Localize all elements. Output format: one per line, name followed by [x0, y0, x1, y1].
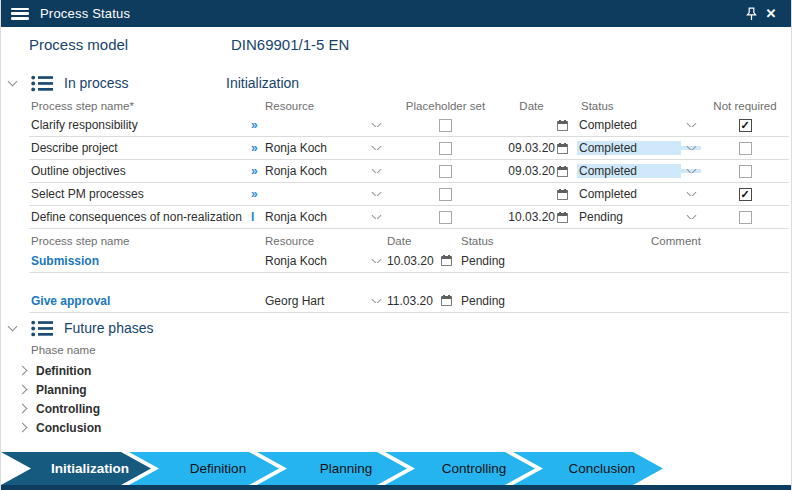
- resource-marker-icon[interactable]: »: [251, 187, 265, 201]
- status-value[interactable]: Completed: [577, 118, 681, 132]
- resource-value[interactable]: Georg Hart: [265, 294, 367, 308]
- resource-marker-icon[interactable]: »: [251, 118, 265, 132]
- date-value[interactable]: 10.03.20: [385, 254, 441, 268]
- placeholder-checkbox[interactable]: [439, 165, 452, 178]
- menu-icon[interactable]: [11, 8, 29, 20]
- chevron-down-icon: [371, 192, 381, 196]
- col-date: Date: [506, 100, 557, 112]
- resource-dropdown[interactable]: [367, 192, 385, 196]
- close-icon[interactable]: ✕: [761, 4, 781, 24]
- table-row: Give approval Georg Hart 11.03.20 Pendin…: [29, 289, 789, 313]
- date-value[interactable]: 09.03.20: [506, 141, 557, 155]
- status-value[interactable]: Completed: [577, 187, 681, 201]
- date-value[interactable]: 11.03.20: [385, 294, 441, 308]
- step-name: Define consequences of non-realization: [29, 210, 251, 224]
- calendar-icon[interactable]: [557, 166, 577, 177]
- resource-value[interactable]: Ronja Koch: [265, 210, 367, 224]
- status-dropdown[interactable]: [681, 123, 701, 127]
- col-not-required: Not required: [701, 100, 789, 112]
- not-required-checkbox[interactable]: ✓: [739, 119, 752, 132]
- step-name: Describe project: [29, 141, 251, 155]
- expand-chevron-icon[interactable]: [18, 423, 28, 433]
- resource-dropdown[interactable]: [367, 146, 385, 150]
- not-required-checkbox[interactable]: [739, 211, 752, 224]
- list-icon: [31, 320, 53, 337]
- pin-icon[interactable]: [741, 4, 761, 24]
- calendar-icon[interactable]: [557, 212, 577, 223]
- collapse-chevron-icon[interactable]: [8, 77, 18, 87]
- expand-chevron-icon[interactable]: [18, 366, 28, 376]
- bottom-accent-strip: [1, 485, 791, 490]
- future-phase-item[interactable]: Planning: [1, 380, 791, 399]
- status-dropdown[interactable]: [681, 192, 701, 196]
- chevron-down-icon: [686, 123, 696, 127]
- in-process-section-header: In process Initialization: [1, 72, 791, 94]
- future-phase-item[interactable]: Conclusion: [1, 418, 791, 437]
- step-name: Outline objectives: [29, 164, 251, 178]
- future-phase-item[interactable]: Controlling: [1, 399, 791, 418]
- submission-link[interactable]: Submission: [31, 254, 99, 268]
- not-required-checkbox[interactable]: [739, 165, 752, 178]
- status-dropdown[interactable]: [681, 169, 701, 173]
- not-required-checkbox[interactable]: ✓: [739, 188, 752, 201]
- status-value[interactable]: Completed: [577, 141, 681, 155]
- date-value[interactable]: 09.03.20: [506, 164, 557, 178]
- table-row: Outline objectives » Ronja Koch 09.03.20…: [29, 160, 789, 183]
- future-phase-item[interactable]: Definition: [1, 361, 791, 380]
- resource-value[interactable]: Ronja Koch: [265, 254, 367, 268]
- resource-dropdown[interactable]: [367, 299, 385, 303]
- not-required-checkbox[interactable]: [739, 142, 752, 155]
- resource-marker-icon[interactable]: I: [251, 210, 265, 224]
- phase-segment-planning[interactable]: Planning: [257, 452, 407, 485]
- col-process-step-name: Process step name*: [29, 100, 265, 112]
- placeholder-checkbox[interactable]: [439, 188, 452, 201]
- calendar-icon[interactable]: [557, 189, 577, 200]
- approval-table-header: Process step name Resource Date Status C…: [1, 233, 791, 249]
- col-process-step-name: Process step name: [29, 235, 265, 247]
- table-row: Clarify responsibility » Completed ✓: [29, 114, 789, 137]
- current-phase-label: Initialization: [226, 75, 299, 91]
- title-bar: Process Status ✕: [1, 0, 791, 27]
- chevron-down-icon: [686, 192, 696, 196]
- resource-dropdown[interactable]: [367, 123, 385, 127]
- step-name: Clarify responsibility: [29, 118, 251, 132]
- resource-dropdown[interactable]: [367, 169, 385, 173]
- resource-dropdown[interactable]: [367, 215, 385, 219]
- process-model-value: DIN69901/1-5 EN: [231, 36, 349, 53]
- calendar-icon[interactable]: [441, 295, 459, 306]
- row-spacer: [29, 273, 789, 289]
- resource-marker-icon[interactable]: »: [251, 164, 265, 178]
- phase-segment-definition[interactable]: Definition: [129, 452, 279, 485]
- chevron-down-icon: [371, 259, 381, 263]
- calendar-icon[interactable]: [441, 255, 459, 266]
- resource-dropdown[interactable]: [367, 259, 385, 263]
- status-value: Pending: [459, 254, 561, 268]
- expand-chevron-icon[interactable]: [18, 385, 28, 395]
- date-value[interactable]: 10.03.20: [506, 210, 557, 224]
- status-value[interactable]: Completed: [577, 164, 681, 178]
- calendar-icon[interactable]: [557, 120, 577, 131]
- resource-marker-icon[interactable]: »: [251, 141, 265, 155]
- placeholder-checkbox[interactable]: [439, 211, 452, 224]
- chevron-down-icon: [371, 146, 381, 150]
- phase-segment-initialization[interactable]: Initialization: [1, 452, 151, 485]
- chevron-down-icon: [371, 215, 381, 219]
- calendar-icon[interactable]: [557, 143, 577, 154]
- give-approval-link[interactable]: Give approval: [31, 294, 110, 308]
- col-status: Status: [557, 100, 701, 112]
- resource-value[interactable]: Ronja Koch: [265, 164, 367, 178]
- expand-chevron-icon[interactable]: [18, 404, 28, 414]
- phase-segment-conclusion[interactable]: Conclusion: [513, 452, 663, 485]
- placeholder-checkbox[interactable]: [439, 119, 452, 132]
- status-dropdown[interactable]: [681, 215, 701, 219]
- table-row: Define consequences of non-realization I…: [29, 206, 789, 229]
- resource-value[interactable]: Ronja Koch: [265, 141, 367, 155]
- collapse-chevron-icon[interactable]: [8, 322, 18, 332]
- status-dropdown[interactable]: [681, 146, 701, 150]
- chevron-down-icon: [371, 123, 381, 127]
- status-value[interactable]: Pending: [577, 210, 681, 224]
- placeholder-checkbox[interactable]: [439, 142, 452, 155]
- table-row: Select PM processes » Completed ✓: [29, 183, 789, 206]
- phase-segment-controlling[interactable]: Controlling: [385, 452, 535, 485]
- future-phases-section-header: Future phases: [1, 317, 791, 339]
